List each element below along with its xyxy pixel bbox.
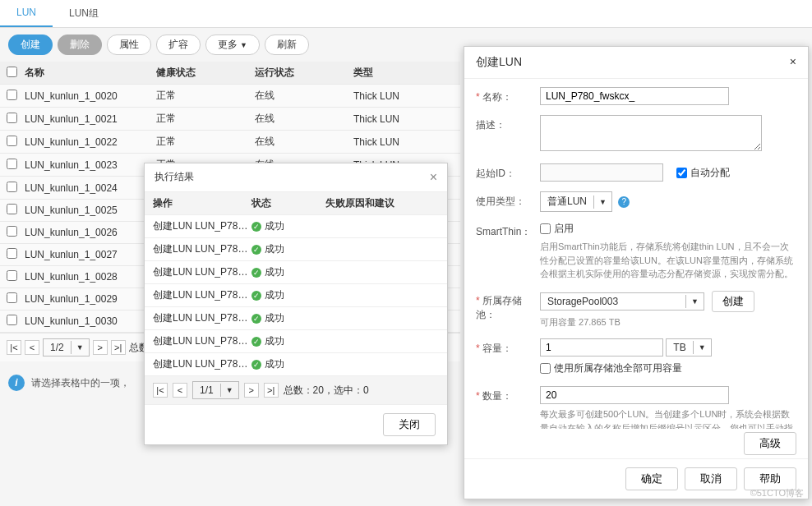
success-icon: ✓: [251, 360, 261, 370]
desc-textarea[interactable]: [540, 115, 762, 151]
qty-label: 数量：: [476, 386, 540, 403]
cap-all-checkbox[interactable]: 使用所属存储池全部可用容量: [540, 361, 682, 375]
select-all-checkbox[interactable]: [7, 67, 17, 77]
smartthin-label: SmartThin：: [476, 222, 540, 239]
usetype-select[interactable]: 普通LUN▼: [540, 191, 612, 212]
row-checkbox[interactable]: [7, 113, 17, 123]
tab-bar: LUN LUN组: [0, 0, 812, 28]
cap-unit-select[interactable]: TB▼: [666, 338, 711, 356]
row-checkbox[interactable]: [7, 315, 17, 325]
auto-assign-checkbox[interactable]: 自动分配: [676, 166, 730, 180]
cell-name: LUN_kunlun_1_0025: [25, 205, 156, 216]
row-checkbox[interactable]: [7, 204, 17, 214]
row-checkbox[interactable]: [7, 182, 17, 192]
success-icon: ✓: [251, 291, 261, 301]
cell-name: LUN_kunlun_1_0020: [25, 90, 156, 102]
table-row[interactable]: LUN_kunlun_1_0021正常在线Thick LUN: [0, 108, 460, 131]
res-page-select[interactable]: 1/1▼: [192, 381, 239, 399]
page-last-button[interactable]: >|: [111, 340, 126, 355]
cell-name: LUN_kunlun_1_0030: [25, 315, 156, 327]
row-checkbox[interactable]: [7, 270, 17, 281]
pool-avail: 可用容量 27.865 TB: [540, 315, 796, 329]
name-input[interactable]: [540, 87, 729, 105]
result-row[interactable]: 创建LUN LUN_P780...✓成功: [145, 238, 447, 261]
row-checkbox[interactable]: [7, 159, 17, 169]
res-reason: [325, 242, 439, 256]
col-health[interactable]: 健康状态: [156, 66, 255, 80]
smartthin-checkbox[interactable]: 启用: [540, 222, 574, 236]
res-status: 成功: [265, 219, 284, 233]
pool-select[interactable]: StoragePool003▼: [540, 292, 704, 310]
result-row[interactable]: 创建LUN LUN_P780...✓成功: [145, 330, 447, 353]
cap-input[interactable]: [540, 338, 663, 356]
col-run[interactable]: 运行状态: [255, 66, 353, 80]
cell-name: LUN_kunlun_1_0022: [25, 136, 156, 148]
result-row[interactable]: 创建LUN LUN_P780...✓成功: [145, 353, 447, 376]
success-icon: ✓: [251, 245, 261, 255]
expand-button[interactable]: 扩容: [156, 34, 201, 55]
res-status: 成功: [265, 357, 284, 371]
startid-label: 起始ID：: [476, 163, 540, 181]
panel-title: 创建LUN: [476, 55, 522, 70]
refresh-button[interactable]: 刷新: [265, 34, 309, 55]
result-row[interactable]: 创建LUN LUN_P780...✓成功: [145, 307, 447, 330]
result-row[interactable]: 创建LUN LUN_P780...✓成功: [145, 215, 447, 238]
res-col-reason: 失败原因和建议: [325, 196, 439, 210]
ok-button[interactable]: 确定: [625, 467, 678, 490]
smartthin-desc: 启用SmartThin功能后，存储系统将创建thin LUN，且不会一次性分配已…: [540, 240, 796, 281]
cell-run: 在线: [255, 112, 353, 126]
startid-input[interactable]: [540, 163, 663, 182]
result-title: 执行结果: [155, 170, 194, 185]
chevron-down-icon: ▼: [240, 41, 247, 49]
cell-name: LUN_kunlun_1_0023: [25, 159, 156, 171]
res-page-first[interactable]: |<: [153, 383, 168, 398]
tab-lun[interactable]: LUN: [0, 0, 53, 27]
panel-close-icon[interactable]: ×: [790, 55, 796, 70]
tab-lun-group[interactable]: LUN组: [53, 0, 115, 27]
cell-run: 在线: [255, 89, 353, 103]
row-checkbox[interactable]: [7, 90, 17, 100]
col-name[interactable]: 名称: [25, 66, 156, 80]
create-lun-panel: 创建LUN × 名称： 描述： 起始ID： 自动分配 使用类型： 普通LUN▼ …: [464, 46, 809, 499]
hint-text: 请选择表格中的一项，: [31, 376, 130, 390]
result-close-button[interactable]: 关闭: [383, 413, 436, 436]
res-reason: [325, 334, 439, 348]
res-page-next[interactable]: >: [244, 383, 259, 398]
res-reason: [325, 357, 439, 371]
cancel-button[interactable]: 取消: [685, 467, 737, 490]
name-label: 名称：: [476, 87, 540, 104]
result-row[interactable]: 创建LUN LUN_P780...✓成功: [145, 284, 447, 307]
delete-button[interactable]: 删除: [58, 34, 102, 55]
advanced-button[interactable]: 高级: [744, 432, 796, 455]
page-first-button[interactable]: |<: [7, 340, 21, 355]
page-next-button[interactable]: >: [93, 340, 108, 355]
success-icon: ✓: [251, 314, 261, 324]
cell-name: LUN_kunlun_1_0021: [25, 113, 156, 125]
res-page-last[interactable]: >|: [264, 383, 279, 398]
res-page-prev[interactable]: <: [173, 383, 187, 398]
page-select[interactable]: 1/2▼: [43, 338, 90, 356]
row-checkbox[interactable]: [7, 136, 17, 146]
help-icon[interactable]: ?: [618, 196, 630, 208]
row-checkbox[interactable]: [7, 292, 17, 303]
close-icon[interactable]: ×: [430, 170, 437, 185]
page-prev-button[interactable]: <: [25, 340, 39, 355]
properties-button[interactable]: 属性: [107, 34, 151, 55]
table-row[interactable]: LUN_kunlun_1_0022正常在线Thick LUN: [0, 131, 460, 154]
res-op: 创建LUN LUN_P780...: [153, 311, 251, 325]
pool-create-button[interactable]: 创建: [712, 291, 754, 312]
row-checkbox[interactable]: [7, 248, 17, 259]
create-button[interactable]: 创建: [8, 34, 53, 55]
table-row[interactable]: LUN_kunlun_1_0020正常在线Thick LUN: [0, 85, 460, 108]
res-reason: [325, 288, 439, 302]
cell-type: Thick LUN: [353, 113, 427, 125]
cell-run: 在线: [255, 135, 353, 149]
result-row[interactable]: 创建LUN LUN_P780...✓成功: [145, 261, 447, 284]
qty-input[interactable]: [540, 386, 729, 404]
cell-health: 正常: [156, 89, 255, 103]
row-checkbox[interactable]: [7, 226, 17, 237]
more-button[interactable]: 更多▼: [205, 34, 260, 55]
col-type[interactable]: 类型: [353, 66, 427, 80]
cell-health: 正常: [156, 135, 255, 149]
cell-name: LUN_kunlun_1_0027: [25, 249, 156, 260]
